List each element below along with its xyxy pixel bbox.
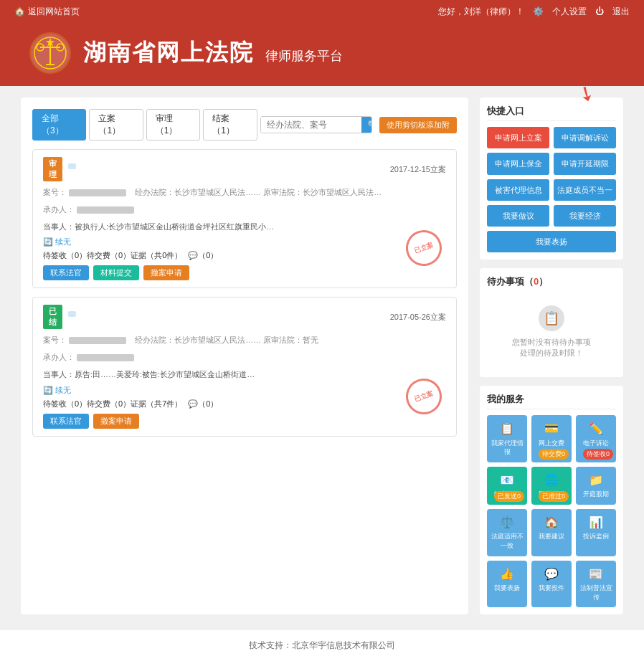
tab-filing[interactable]: 立案（1） — [89, 109, 143, 141]
action-btn-withdraw-2[interactable]: 撤案申请 — [93, 414, 139, 429]
case-meta-1: 待签收（0）待交费（0）证据（共0件） 💬（0） — [43, 250, 446, 261]
service-icon-4: 🌐 — [534, 472, 569, 488]
service-badge-4: 已准过0 — [539, 491, 569, 502]
service-label-7: 我要建议 — [534, 532, 569, 541]
handler-info-2: 经办法院：长沙市望城区人民法…… 原审法院：暂无 — [135, 336, 318, 344]
service-item-3[interactable]: 📧 邮寄访问 已发送0 — [487, 467, 527, 505]
service-item-2[interactable]: ✏️ 电子诉讼 待签收0 — [576, 415, 616, 462]
top-nav-right: 您好，刘洋（律师）！ ⚙️ 个人设置 ⏻ 退出 — [438, 6, 630, 18]
service-icon-0: 📋 — [490, 421, 524, 437]
todo-empty-icon: 📋 — [539, 305, 564, 331]
service-label-9: 我要表扬 — [490, 584, 524, 593]
service-item-0[interactable]: 📋 我家代理情报 — [487, 415, 527, 462]
case-info-handler-1: 案号： 经办法院：长沙市望城区人民法…… 原审法院：长沙市望城区人民法… — [43, 186, 446, 200]
quick-btn-preservation[interactable]: 申请网上保全 — [487, 153, 549, 174]
service-label-1: 网上交费 — [534, 439, 569, 448]
quick-access-grid: 申请网上立案 申请调解诉讼 申请网上保全 申请开延期限 被害代理信息 法庭成员不… — [487, 127, 616, 252]
header-titles: 湖南省网上法院 律师服务平台 — [83, 37, 343, 69]
party-label-2: 承办人： — [43, 353, 75, 361]
service-item-10[interactable]: 💬 我要投件 — [531, 561, 572, 608]
home-link[interactable]: 返回网站首页 — [28, 6, 80, 18]
search-button[interactable]: 🔍 — [361, 117, 372, 133]
search-input[interactable] — [261, 117, 361, 133]
todo-title: 待办事项（0） — [487, 275, 616, 288]
service-badge-1: 待交费0 — [539, 449, 569, 460]
site-title-cn: 湖南省网上法院 — [83, 37, 254, 69]
case-status-badge-2: 已结 — [43, 305, 62, 329]
top-nav-left: 🏠 返回网站首页 — [14, 6, 80, 18]
export-button[interactable]: 使用剪切板添加附 — [379, 117, 457, 133]
settings-link[interactable]: 个人设置 — [552, 6, 587, 18]
service-icon-3: 📧 — [490, 472, 524, 488]
case-actions-1: 联系法官 材料提交 撤案申请 — [43, 265, 446, 280]
service-label-2: 电子诉讼 — [579, 439, 613, 448]
handler-info-1: 经办法院：长沙市望城区人民法…… 原审法院：长沙市望城区人民法… — [135, 188, 382, 196]
case-title-blur-2 — [68, 311, 76, 317]
renew-link-2[interactable]: 🔄 续无 — [43, 385, 71, 396]
tab-closed[interactable]: 结案（1） — [203, 109, 257, 141]
quick-btn-economy[interactable]: 我要经济 — [554, 205, 616, 227]
action-btn-withdraw-1[interactable]: 撤案申请 — [143, 265, 189, 280]
case-header-2: 已结 2017-05-26立案 — [43, 305, 446, 329]
todo-empty-state: 📋 您暂时没有待待办事项 处理的待及时限！ — [487, 294, 616, 370]
service-icon-9: 👍 — [490, 566, 524, 582]
quick-btn-filing[interactable]: 申请网上立案 — [487, 127, 549, 148]
action-btn-contact-2[interactable]: 联系法官 — [43, 414, 89, 429]
quick-btn-proxy[interactable]: 被害代理信息 — [487, 179, 549, 201]
party-value-2 — [77, 354, 134, 361]
tab-trial[interactable]: 审理（1） — [146, 109, 200, 141]
case-no-value-2 — [69, 337, 126, 344]
quick-btn-mediation[interactable]: 申请调解诉讼 — [554, 127, 616, 148]
tab-bar: 全部（3） 立案（1） 审理（1） 结案（1） 🔍 使用剪切板添加附 — [32, 109, 457, 141]
logout-icon: ⏻ — [595, 6, 604, 16]
service-badge-3: 已发送0 — [494, 491, 524, 502]
service-item-8[interactable]: 📊 投诉监例 — [576, 509, 616, 556]
service-item-9[interactable]: 👍 我要表扬 — [487, 561, 527, 608]
service-item-6[interactable]: ⚖️ 法庭适用不一致 — [487, 509, 527, 556]
service-icon-11: 📰 — [579, 566, 613, 582]
service-label-5: 开庭股期 — [579, 490, 613, 499]
tab-all[interactable]: 全部（3） — [32, 109, 86, 141]
service-item-7[interactable]: 🏠 我要建议 — [531, 509, 572, 556]
service-item-11[interactable]: 📰 法制普法宣传 — [576, 561, 616, 608]
my-services-panel: 我的服务 📋 我家代理情报 💳 网上交费 待交费0 ✏️ 电子诉讼 待签收0 — [480, 386, 623, 614]
search-box: 🔍 — [260, 116, 372, 133]
renew-link-1[interactable]: 🔄 续无 — [43, 237, 71, 247]
right-panel: ➘ 快捷入口 申请网上立案 申请调解诉讼 申请网上保全 申请开延期限 被害代理信… — [480, 98, 623, 614]
left-panel: 全部（3） 立案（1） 审理（1） 结案（1） 🔍 使用剪切板添加附 审理 20… — [21, 98, 468, 614]
logout-link[interactable]: 退出 — [612, 6, 630, 18]
action-btn-submit-1[interactable]: 材料提交 — [93, 265, 139, 280]
pending-info-1: 待签收（0）待交费（0）证据（共0件） — [43, 250, 182, 261]
footer: 技术支持：北京华宇信息技术有限公司 — [0, 629, 644, 656]
case-no-value-1 — [69, 189, 126, 196]
service-icon-8: 📊 — [579, 515, 613, 531]
header: 湖南省网上法院 律师服务平台 — [0, 23, 644, 86]
case-title-blur-1 — [68, 163, 76, 169]
service-item-1[interactable]: 💳 网上交费 待交费0 — [531, 415, 572, 462]
service-icon-6: ⚖️ — [490, 515, 524, 531]
service-label-11: 法制普法宣传 — [579, 584, 613, 602]
quick-btn-court[interactable]: 法庭成员不当一 — [554, 179, 616, 201]
action-btn-contact-1[interactable]: 联系法官 — [43, 265, 89, 280]
top-nav: 🏠 返回网站首页 您好，刘洋（律师）！ ⚙️ 个人设置 ⏻ 退出 — [0, 0, 644, 23]
quick-btn-praise[interactable]: 我要表扬 — [487, 231, 616, 252]
footer-text: 技术支持：北京华宇信息技术有限公司 — [249, 640, 395, 650]
quick-btn-suggestion[interactable]: 我要做议 — [487, 205, 549, 227]
msg-count-2: 💬（0） — [188, 399, 218, 409]
party-label-1: 承办人： — [43, 205, 75, 214]
quick-access-title: 快捷入口 — [487, 105, 616, 121]
case-card-2: 已结 2017-05-26立案 案号： 经办法院：长沙市望城区人民法…… 原审法… — [32, 297, 457, 436]
service-label-6: 法庭适用不一致 — [490, 532, 524, 550]
service-label-0: 我家代理情报 — [490, 439, 524, 457]
quick-btn-extension[interactable]: 申请开延期限 — [554, 153, 616, 174]
todo-panel: 待办事项（0） 📋 您暂时没有待待办事项 处理的待及时限！ — [480, 268, 623, 377]
case-info-party-2: 承办人： — [43, 351, 446, 365]
logo — [29, 32, 72, 75]
case-card-1: 审理 2017-12-15立案 案号： 经办法院：长沙市望城区人民法…… 原审法… — [32, 149, 457, 288]
service-item-5[interactable]: 📁 开庭股期 — [576, 467, 616, 505]
service-icon-10: 💬 — [534, 566, 569, 582]
service-item-4[interactable]: 🌐 网上调解 已准过0 — [531, 467, 572, 505]
case-header-1: 审理 2017-12-15立案 — [43, 157, 446, 181]
case-meta-2: 待签收（0）待交费（0）证据（共7件） 💬（0） — [43, 399, 446, 409]
quick-access-panel: ➘ 快捷入口 申请网上立案 申请调解诉讼 申请网上保全 申请开延期限 被害代理信… — [480, 98, 623, 260]
